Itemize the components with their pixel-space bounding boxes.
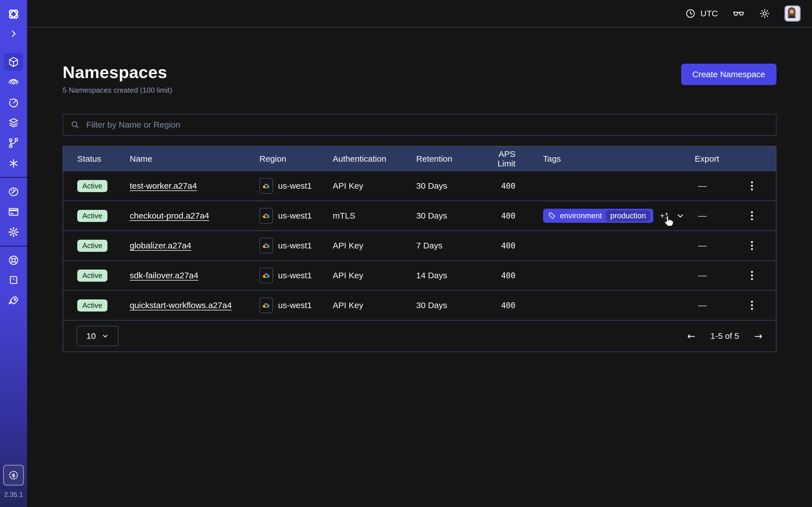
namespace-link[interactable]: sdk-failover.a27a4	[130, 271, 199, 280]
tags-expand-button[interactable]	[676, 211, 685, 220]
filter-input[interactable]	[85, 119, 769, 130]
status-badge: Active	[77, 180, 107, 192]
glasses-icon	[732, 7, 745, 20]
sidebar-item-docs[interactable]	[0, 270, 27, 291]
svg-text:$: $	[12, 472, 15, 478]
export-cell: —	[695, 231, 776, 260]
gcp-region-icon	[259, 238, 273, 253]
sidebar-item-ai[interactable]	[0, 153, 27, 173]
export-value: —	[698, 241, 707, 250]
export-value: —	[698, 300, 707, 310]
row-actions-kebab[interactable]	[748, 179, 756, 193]
sidebar-item-workflows[interactable]	[0, 133, 27, 153]
tag-value: production	[606, 210, 651, 221]
row-actions-kebab[interactable]	[748, 209, 756, 223]
row-actions-kebab[interactable]	[748, 298, 756, 313]
gear-icon	[8, 226, 19, 238]
row-actions-kebab[interactable]	[748, 269, 756, 283]
retention-cell: 30 Days	[416, 181, 480, 191]
speedometer-icon	[8, 186, 19, 198]
sidebar-nav-primary	[0, 52, 27, 173]
retention-cell: 30 Days	[416, 211, 480, 221]
asterisk-icon	[8, 158, 19, 169]
status-badge: Active	[77, 299, 107, 312]
row-actions-kebab[interactable]	[748, 238, 756, 252]
branch-icon	[8, 137, 19, 149]
kebab-icon	[751, 241, 753, 250]
chevron-down-icon	[101, 332, 109, 340]
aps-limit-cell: 400	[480, 211, 543, 221]
table-header-row: StatusNameRegionAuthenticationRetentionA…	[63, 147, 776, 171]
timer-icon	[8, 97, 19, 108]
sidebar-item-schedules[interactable]	[0, 93, 27, 113]
aps-limit-cell: 400	[480, 301, 543, 310]
column-header-retention: Retention	[416, 154, 480, 164]
table-row: Active checkout-prod.a27a4 us-w	[63, 201, 776, 230]
retention-cell: 14 Days	[416, 271, 480, 280]
namespace-link[interactable]: checkout-prod.a27a4	[130, 211, 209, 220]
dollar-seal-icon: $	[8, 469, 19, 481]
sidebar-item-deployments[interactable]	[0, 113, 27, 133]
filter-bar	[63, 114, 776, 136]
auth-cell: API Key	[333, 241, 416, 250]
sidebar-item-usage[interactable]	[0, 181, 27, 202]
sun-icon	[759, 8, 770, 19]
gcp-region-icon	[259, 208, 273, 224]
prev-page-arrow[interactable]: ←	[687, 330, 695, 342]
table-body: Active test-worker.a27a4 us-wes	[63, 171, 776, 320]
app-root: $ 2.35.1 UTC	[0, 0, 812, 507]
namespaces-table: StatusNameRegionAuthenticationRetentionA…	[63, 146, 776, 352]
page-size-select[interactable]: 10	[77, 326, 118, 346]
pagination-range: 1-5 of 5	[711, 331, 739, 341]
kebab-icon	[751, 271, 753, 280]
sidebar: $ 2.35.1	[0, 0, 27, 507]
table-row: Active quickstart-workflows.a27a4	[63, 290, 776, 320]
auth-cell: API Key	[333, 181, 416, 191]
cube-icon	[8, 56, 19, 68]
region-label: us-west1	[278, 300, 312, 310]
tag-icon	[548, 212, 556, 220]
table-row: Active test-worker.a27a4 us-wes	[63, 171, 776, 201]
topbar: UTC	[27, 0, 812, 27]
create-namespace-button[interactable]: Create Namespace	[681, 64, 776, 85]
export-cell: —	[695, 171, 776, 201]
sidebar-item-billing[interactable]	[0, 202, 27, 222]
region-label: us-west1	[278, 271, 312, 280]
sidebar-divider	[0, 245, 27, 247]
credits-badge-button[interactable]: $	[3, 465, 24, 486]
user-avatar[interactable]	[784, 5, 801, 22]
namespace-link[interactable]: globalizer.a27a4	[130, 241, 192, 250]
main-area: UTC	[27, 0, 812, 507]
labs-toggle[interactable]	[732, 7, 745, 20]
sidebar-item-namespaces[interactable]	[0, 52, 27, 72]
next-page-arrow[interactable]: →	[755, 330, 763, 342]
column-header-tags: Tags	[543, 154, 695, 164]
retention-cell: 30 Days	[416, 300, 480, 310]
column-header-aps-limit: APS Limit	[480, 149, 543, 168]
tag-key: environment	[560, 212, 602, 220]
tag-chip[interactable]: environmentproduction	[543, 209, 653, 223]
sidebar-expand-chevron-icon[interactable]	[9, 27, 18, 40]
theme-toggle[interactable]	[759, 8, 770, 19]
aps-limit-cell: 400	[480, 241, 543, 250]
layers-icon	[8, 117, 19, 129]
region-label: us-west1	[278, 211, 312, 221]
namespace-link[interactable]: quickstart-workflows.a27a4	[130, 300, 232, 310]
status-badge: Active	[77, 240, 107, 252]
chevron-down-icon	[676, 211, 685, 220]
sidebar-item-settings[interactable]	[0, 222, 27, 242]
sidebar-item-getting-started[interactable]	[0, 291, 27, 311]
namespace-link[interactable]: test-worker.a27a4	[130, 181, 197, 190]
tags-more-count: +1	[660, 211, 669, 220]
aps-limit-cell: 400	[480, 271, 543, 280]
aps-limit-cell: 400	[480, 181, 543, 191]
export-value: —	[698, 271, 707, 280]
tags-cell: environmentproduction+1	[543, 209, 695, 223]
sidebar-item-nexus[interactable]	[0, 72, 27, 93]
lifebuoy-icon	[8, 255, 19, 266]
credit-card-icon	[8, 206, 19, 218]
page-subtitle: 5 Namespaces created (100 limit)	[63, 86, 172, 95]
timezone-selector[interactable]: UTC	[685, 8, 718, 19]
sidebar-item-support[interactable]	[0, 250, 27, 270]
sidebar-nav-help	[0, 250, 27, 311]
